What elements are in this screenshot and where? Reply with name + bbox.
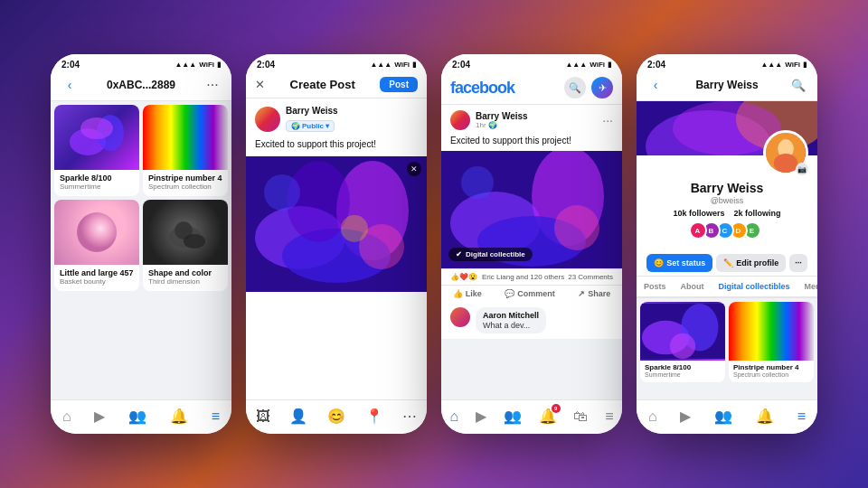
phone3: 2:04 ▲▲▲ WiFi ▮ facebook 🔍 ✈ Barry Weiss…	[441, 54, 622, 434]
feed-post-time: 1hr 🌍	[476, 121, 528, 129]
feed-header-icons: 🔍 ✈	[564, 77, 613, 99]
collectible-badge: ✔ Digital collectible	[448, 248, 533, 261]
camera-badge[interactable]: 📷	[796, 163, 808, 175]
audience-selector[interactable]: 🌍 Public ▾	[286, 120, 335, 132]
svg-point-2	[80, 117, 113, 139]
profile-more-button[interactable]: ···	[789, 254, 807, 272]
nft-card-1[interactable]: Sparkle 8/100 Summertime	[54, 105, 139, 196]
tab-digital-collectibles[interactable]: Digital collectibles	[712, 277, 797, 298]
nav-play-4[interactable]: ▶	[680, 408, 691, 425]
profile-header: ‹ Barry Weiss 🔍	[637, 71, 817, 101]
status-icons-4: ▲▲▲ WiFi ▮	[760, 61, 807, 69]
location-tool[interactable]: 📍	[365, 408, 383, 425]
nav-home-1[interactable]: ⌂	[62, 408, 71, 425]
emoji-tool[interactable]: 😊	[327, 408, 345, 425]
profile-stats: 10k followers 2k following	[646, 209, 808, 218]
blob-art-3	[61, 205, 133, 259]
svg-point-6	[184, 234, 205, 249]
nav-play-1[interactable]: ▶	[94, 408, 105, 425]
post-meta: Barry Weiss 1hr 🌍	[450, 110, 528, 130]
nav-play-3[interactable]: ▶	[476, 408, 486, 425]
tab-mention[interactable]: Mention	[797, 277, 817, 296]
feed-post-header: Barry Weiss 1hr 🌍 ···	[441, 105, 622, 136]
nft-info-2: Pinstripe number 4 Spectrum collection	[143, 170, 228, 196]
nft-title-4: Shape and color	[148, 268, 222, 277]
create-post-header: ✕ Create Post Post	[246, 71, 427, 99]
more-tool[interactable]: ⋯	[402, 408, 417, 425]
nft-card-3[interactable]: Little and large 457 Basket bounty	[54, 200, 139, 291]
svg-point-14	[341, 215, 368, 242]
svg-point-3	[77, 212, 117, 252]
like-button[interactable]: 👍 Like	[453, 289, 482, 298]
profile-back-button[interactable]: ‹	[646, 75, 665, 95]
profile-search-button[interactable]: 🔍	[788, 75, 808, 95]
follower-avatars: A B C D E	[646, 221, 808, 239]
nav-friends-3[interactable]: 👥	[504, 408, 522, 425]
profile-nft-1[interactable]: Sparkle 8/100 Summertime	[640, 302, 725, 382]
photo-tool[interactable]: 🖼	[256, 408, 270, 425]
search-icon-feed[interactable]: 🔍	[564, 77, 586, 99]
nav-friends-4[interactable]: 👥	[714, 408, 732, 425]
post-user-row: Barry Weiss 🌍 Public ▾	[246, 99, 427, 136]
post-avatar	[255, 107, 280, 132]
status-icons-3: ▲▲▲ WiFi ▮	[565, 61, 611, 69]
followers-stat: 10k followers	[673, 209, 724, 218]
comment-button[interactable]: 💬 Comment	[505, 289, 555, 298]
nft-title-1: Sparkle 8/100	[60, 174, 134, 183]
edit-profile-button[interactable]: ✏️ Edit profile	[716, 254, 786, 272]
wifi-icon-3: WiFi	[590, 61, 605, 69]
more-button[interactable]: ···	[203, 75, 222, 95]
set-status-button[interactable]: 😊 Set status	[646, 254, 712, 272]
blob-art-1	[61, 110, 133, 164]
nav-bell-3[interactable]: 🔔 9	[539, 408, 557, 425]
status-icons-2: ▲▲▲ WiFi ▮	[370, 61, 416, 69]
wifi-icon-4: WiFi	[785, 61, 800, 69]
wifi-icon-2: WiFi	[394, 61, 410, 69]
messenger-icon[interactable]: ✈	[591, 77, 613, 99]
nav-store-3[interactable]: 🛍	[573, 408, 588, 425]
reaction-icons: 👍❤️😮 Eric Liang and 120 others	[450, 273, 564, 281]
nav-menu-3[interactable]: ≡	[605, 408, 613, 425]
profile-nft-thumb-2	[729, 302, 814, 361]
nav-menu-1[interactable]: ≡	[212, 408, 220, 425]
battery-icon: ▮	[217, 61, 221, 69]
svg-point-13	[264, 174, 300, 211]
svg-point-27	[774, 154, 797, 173]
nav-friends-1[interactable]: 👥	[128, 408, 146, 425]
profile-nft-2[interactable]: Pinstripe number 4 Spectrum collection	[729, 302, 814, 382]
status-bar-3: 2:04 ▲▲▲ WiFi ▮	[441, 54, 622, 71]
comment-bubble: Aaron Mitchell What a dev...	[476, 307, 546, 333]
close-button[interactable]: ✕	[255, 78, 265, 91]
time-1: 2:04	[61, 60, 80, 70]
tab-about[interactable]: About	[674, 277, 712, 296]
feed-header: facebook 🔍 ✈	[441, 71, 622, 105]
tab-posts[interactable]: Posts	[637, 277, 674, 296]
follower-avatar-1: A	[689, 221, 707, 239]
nav-bell-1[interactable]: 🔔	[170, 408, 188, 425]
profile-content: 📷 Barry Weiss @bweiss 10k followers 2k f…	[637, 101, 817, 399]
battery-icon-4: ▮	[803, 61, 807, 69]
bell-badge: 9	[552, 404, 561, 413]
image-close-button[interactable]: ✕	[407, 162, 421, 176]
profile-nft-title-2: Pinstripe number 4	[733, 363, 809, 371]
nft-thumb-4	[143, 200, 228, 265]
collectible-check-icon: ✔	[456, 250, 462, 258]
post-text-field[interactable]: Excited to support this project!	[246, 136, 427, 156]
share-button[interactable]: ↗ Share	[578, 289, 610, 298]
nft-card-2[interactable]: Pinstripe number 4 Spectrum collection	[143, 105, 228, 196]
nav-home-4[interactable]: ⌂	[648, 408, 657, 425]
back-button[interactable]: ‹	[60, 75, 80, 95]
create-post-title: Create Post	[290, 78, 355, 91]
nft-sub-2: Spectrum collection	[148, 183, 222, 191]
nav-menu-4[interactable]: ≡	[797, 408, 806, 425]
tag-tool[interactable]: 👤	[289, 408, 307, 425]
feed-content: Barry Weiss 1hr 🌍 ··· Excited to support…	[441, 105, 622, 399]
profile-cover-wrap: 📷	[637, 101, 817, 155]
nav-home-3[interactable]: ⌂	[449, 408, 458, 425]
feed-more-button[interactable]: ···	[602, 113, 613, 127]
post-user-info: Barry Weiss 🌍 Public ▾	[286, 106, 338, 132]
nft-thumb-2	[143, 105, 228, 170]
nft-card-4[interactable]: Shape and color Third dimension	[143, 200, 228, 291]
nav-bell-4[interactable]: 🔔	[756, 408, 774, 425]
post-button[interactable]: Post	[380, 77, 418, 92]
